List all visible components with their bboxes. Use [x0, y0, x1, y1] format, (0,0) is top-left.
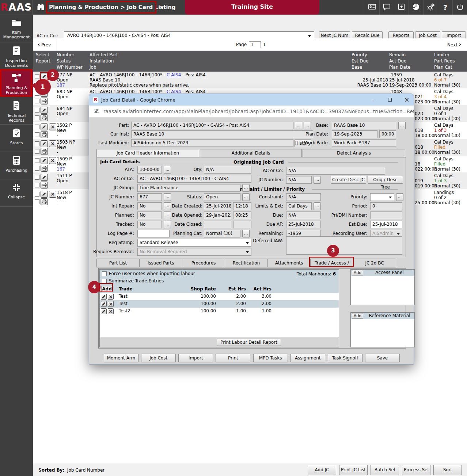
sort-button[interactable]: Sort — [433, 465, 462, 475]
delete-icon[interactable]: × — [49, 191, 56, 198]
tab-issued-parts[interactable]: Issued Parts — [139, 259, 182, 267]
summarize-trade-checkbox[interactable] — [102, 279, 107, 283]
site-controls-icon[interactable] — [94, 108, 100, 115]
report-checkbox[interactable] — [35, 183, 39, 187]
position-link[interactable]: C-AIS4 — [167, 72, 181, 77]
assignment-button[interactable]: Assignment — [291, 354, 325, 362]
task-signoff-button[interactable]: Task Signoff — [328, 354, 362, 362]
print-icon[interactable] — [41, 165, 48, 172]
edit-icon[interactable] — [41, 107, 48, 114]
print-icon[interactable] — [41, 131, 48, 138]
print-icon[interactable] — [41, 98, 48, 104]
print-icon[interactable] — [41, 81, 48, 88]
priority-field[interactable] — [370, 193, 394, 201]
edit-icon[interactable] — [101, 294, 107, 300]
process-sel-button[interactable]: Process Sel — [402, 465, 430, 475]
log-page-#-field[interactable] — [137, 230, 170, 237]
tab-attachments[interactable]: Attachments — [267, 259, 311, 267]
delete-icon[interactable]: × — [108, 308, 114, 314]
address-url[interactable]: raasais.aviationintertec.com/app/MainPla… — [103, 108, 414, 114]
maximize-button[interactable] — [384, 94, 395, 106]
report-checkbox[interactable] — [35, 149, 39, 154]
deferred-iaw-textarea[interactable] — [286, 236, 402, 255]
planned-field[interactable]: No — [137, 212, 162, 219]
tab-trade-access-ref[interactable]: Trade / Access / Ref — [310, 259, 353, 267]
help-button[interactable]: ? — [438, 0, 452, 15]
print-jc-list-button[interactable]: Print JC List — [339, 465, 368, 475]
edit-icon[interactable] — [101, 301, 107, 307]
import-button[interactable]: Import — [178, 354, 213, 362]
print-icon[interactable] — [41, 114, 48, 121]
sidebar-item-collapse[interactable]: Collapse — [0, 179, 33, 206]
print-button[interactable]: Print — [216, 354, 250, 362]
batch-sel-button[interactable]: Batch Sel — [371, 465, 399, 475]
period-field[interactable]: 0 — [370, 202, 402, 210]
job-cost-button[interactable]: Job Cost — [141, 354, 176, 362]
work-pack-field[interactable]: Work Pack #187 — [332, 139, 396, 147]
report-checkbox[interactable] — [35, 115, 39, 120]
breadcrumb[interactable]: Planning & Production > Job Card Listing — [49, 0, 176, 15]
modal-titlebar[interactable]: R Job Card Detail - Google Chrome – × — [89, 94, 414, 106]
add-reference-button[interactable]: Add — [352, 313, 363, 319]
ac-or-co-field[interactable]: N/A — [286, 167, 385, 175]
requires-removal-field[interactable]: No Removal Required — [137, 248, 251, 256]
add-trade-button[interactable]: Add — [101, 286, 113, 292]
planned-lookup-button[interactable]: ... — [164, 212, 171, 219]
jc-number-field[interactable]: N/A — [286, 176, 312, 184]
report-checkbox[interactable] — [35, 99, 39, 103]
select-checkbox[interactable] — [35, 74, 39, 79]
plan-time-field[interactable]: 00:00 — [379, 130, 396, 138]
date-closed-field[interactable] — [204, 221, 231, 228]
tab-procedures[interactable]: Procedures — [182, 259, 225, 267]
pri-dmi-number-field[interactable] — [370, 212, 402, 219]
delete-icon[interactable]: × — [49, 157, 56, 164]
pie-chart-button[interactable] — [409, 0, 423, 15]
edit-icon[interactable] — [41, 174, 48, 181]
jc-group-field[interactable]: Line Maintenance — [137, 184, 240, 192]
minimize-button[interactable]: – — [368, 94, 379, 106]
save-button[interactable]: Save — [365, 354, 400, 362]
contact-card-button[interactable] — [365, 0, 379, 15]
sidebar-item-stores[interactable]: Stores — [0, 124, 33, 152]
cur-inst-field[interactable]: RAAS Base 10 — [131, 130, 313, 138]
delete-icon[interactable]: × — [49, 123, 56, 130]
select-checkbox[interactable] — [35, 108, 39, 113]
tab-rectification[interactable]: Rectification — [225, 259, 268, 267]
edit-icon[interactable] — [41, 140, 48, 147]
close-icon[interactable]: × — [401, 94, 412, 106]
int-repair-lookup-button[interactable]: ... — [164, 202, 171, 210]
edit-icon[interactable] — [41, 157, 48, 164]
date-created-field[interactable]: 25-Jul-2018 — [204, 202, 231, 210]
priority-lookup-button[interactable]: ... — [396, 193, 403, 201]
jc-number-lookup-button[interactable]: ... — [314, 176, 321, 184]
tracked-lookup-button[interactable]: ... — [164, 221, 171, 228]
add-jc-button[interactable]: Add JC — [308, 465, 336, 475]
add-access-panel-button[interactable]: Add — [352, 270, 363, 275]
select-checkbox[interactable] — [35, 141, 39, 146]
sidebar-item-technical-records[interactable]: Technical Records — [0, 97, 33, 124]
sidebar-item-item-management[interactable]: Item Management — [0, 15, 33, 42]
chat-button[interactable] — [379, 0, 394, 15]
jc-number-field[interactable]: 677 — [137, 193, 162, 201]
jc-group-lookup-button[interactable]: ... — [242, 184, 250, 192]
date-opened-field[interactable]: 29-Jan-2022 — [204, 212, 231, 219]
delete-icon[interactable]: × — [49, 140, 56, 147]
force-user-notes-checkbox[interactable] — [102, 271, 107, 276]
sidebar-item-inspection-documents[interactable]: Inspection Documents — [0, 42, 33, 69]
add-window-button[interactable] — [394, 0, 409, 15]
select-checkbox[interactable] — [35, 175, 39, 180]
edit-icon[interactable] — [41, 191, 48, 198]
limits-ext-field[interactable]: Cal Days — [286, 202, 312, 210]
report-checkbox[interactable] — [35, 82, 39, 87]
tab-part-list[interactable]: Part List — [96, 259, 140, 267]
report-checkbox[interactable] — [35, 166, 39, 171]
select-checkbox[interactable] — [35, 91, 39, 96]
edit-icon[interactable] — [41, 123, 48, 130]
delete-icon[interactable]: × — [108, 301, 114, 307]
orig-desc-tree-button[interactable]: Orig / Desc Tree — [368, 176, 403, 184]
part-field[interactable]: AC - AVRO 146RJ100 - 146RJ100* - C-AIS4 … — [131, 122, 293, 129]
edit-icon[interactable] — [101, 308, 107, 314]
last-modified-field[interactable]: AISAdmin on 5-Dec-2023 — [131, 139, 293, 147]
page-input[interactable]: 1 — [249, 41, 261, 48]
ata-field[interactable]: 10-00-00 — [137, 166, 162, 174]
